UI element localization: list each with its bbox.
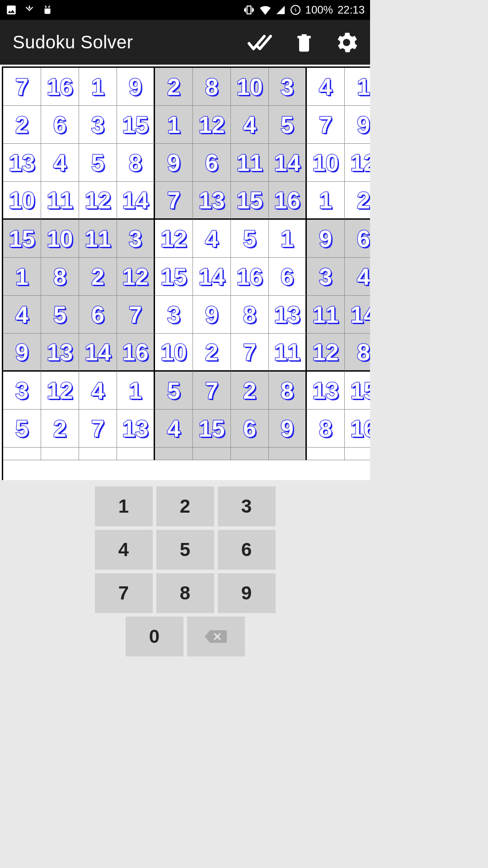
sudoku-cell[interactable]: 13: [193, 182, 231, 220]
delete-button[interactable]: [294, 32, 314, 53]
sudoku-cell[interactable]: 3: [3, 372, 41, 410]
sudoku-cell[interactable]: [307, 448, 345, 460]
sudoku-cell[interactable]: 2: [79, 258, 117, 296]
sudoku-cell[interactable]: 7: [307, 106, 345, 144]
sudoku-cell[interactable]: [155, 448, 193, 460]
solve-button[interactable]: [247, 33, 272, 52]
sudoku-cell[interactable]: 3: [155, 296, 193, 334]
sudoku-cell[interactable]: 5: [3, 410, 41, 448]
sudoku-cell[interactable]: 10: [231, 68, 269, 106]
sudoku-cell[interactable]: 15: [231, 182, 269, 220]
sudoku-cell[interactable]: 11: [231, 144, 269, 182]
sudoku-cell[interactable]: 12: [193, 106, 231, 144]
sudoku-cell[interactable]: 14: [193, 258, 231, 296]
sudoku-cell[interactable]: [41, 448, 79, 460]
sudoku-cell[interactable]: [193, 448, 231, 460]
key-3[interactable]: 3: [218, 486, 276, 526]
sudoku-cell[interactable]: [117, 448, 155, 460]
sudoku-cell[interactable]: 13: [41, 334, 79, 372]
sudoku-cell[interactable]: 14: [345, 296, 370, 334]
sudoku-cell[interactable]: 6: [269, 258, 307, 296]
sudoku-cell[interactable]: [345, 448, 370, 460]
key-6[interactable]: 6: [218, 530, 276, 570]
sudoku-cell[interactable]: 2: [155, 68, 193, 106]
key-4[interactable]: 4: [95, 530, 153, 570]
sudoku-cell[interactable]: 12: [79, 182, 117, 220]
settings-button[interactable]: [336, 32, 357, 53]
sudoku-cell[interactable]: 2: [41, 410, 79, 448]
sudoku-cell[interactable]: 12: [41, 372, 79, 410]
sudoku-cell[interactable]: 6: [79, 296, 117, 334]
sudoku-cell[interactable]: 4: [155, 410, 193, 448]
sudoku-cell[interactable]: 12: [307, 334, 345, 372]
key-2[interactable]: 2: [156, 486, 214, 526]
sudoku-cell[interactable]: 7: [193, 372, 231, 410]
sudoku-cell[interactable]: 2: [231, 372, 269, 410]
sudoku-cell[interactable]: 8: [231, 296, 269, 334]
sudoku-cell[interactable]: 3: [307, 258, 345, 296]
sudoku-cell[interactable]: 10: [307, 144, 345, 182]
sudoku-cell[interactable]: 6: [345, 220, 370, 258]
sudoku-cell[interactable]: 4: [41, 144, 79, 182]
sudoku-cell[interactable]: 16: [41, 68, 79, 106]
sudoku-cell[interactable]: 4: [3, 296, 41, 334]
sudoku-cell[interactable]: [231, 448, 269, 460]
sudoku-cell[interactable]: 5: [41, 296, 79, 334]
sudoku-cell[interactable]: 12: [117, 258, 155, 296]
sudoku-cell[interactable]: [79, 448, 117, 460]
key-9[interactable]: 9: [218, 573, 276, 613]
sudoku-cell[interactable]: 16: [269, 182, 307, 220]
key-8[interactable]: 8: [156, 573, 214, 613]
sudoku-cell[interactable]: 2: [3, 106, 41, 144]
key-7[interactable]: 7: [95, 573, 153, 613]
sudoku-cell[interactable]: 16: [231, 258, 269, 296]
sudoku-cell[interactable]: [3, 448, 41, 460]
sudoku-cell[interactable]: 8: [117, 144, 155, 182]
sudoku-cell[interactable]: 5: [155, 372, 193, 410]
sudoku-cell[interactable]: 4: [231, 106, 269, 144]
sudoku-cell[interactable]: 3: [269, 68, 307, 106]
sudoku-cell[interactable]: 9: [155, 144, 193, 182]
sudoku-cell[interactable]: 10: [41, 220, 79, 258]
sudoku-cell[interactable]: 16: [345, 410, 370, 448]
sudoku-cell[interactable]: 14: [117, 182, 155, 220]
sudoku-cell[interactable]: 7: [117, 296, 155, 334]
sudoku-cell[interactable]: 1: [307, 182, 345, 220]
sudoku-cell[interactable]: 13: [307, 372, 345, 410]
sudoku-cell[interactable]: 1: [269, 220, 307, 258]
sudoku-cell[interactable]: 1: [79, 68, 117, 106]
sudoku-cell[interactable]: 12: [155, 220, 193, 258]
sudoku-cell[interactable]: [269, 448, 307, 460]
sudoku-cell[interactable]: 8: [307, 410, 345, 448]
sudoku-cell[interactable]: 2: [193, 334, 231, 372]
sudoku-cell[interactable]: 3: [117, 220, 155, 258]
sudoku-cell[interactable]: 5: [79, 144, 117, 182]
sudoku-cell[interactable]: 13: [117, 410, 155, 448]
sudoku-cell[interactable]: 4: [345, 258, 370, 296]
sudoku-cell[interactable]: 11: [41, 182, 79, 220]
sudoku-cell[interactable]: 9: [193, 296, 231, 334]
sudoku-cell[interactable]: 1: [3, 258, 41, 296]
sudoku-cell[interactable]: 9: [307, 220, 345, 258]
sudoku-cell[interactable]: 6: [231, 410, 269, 448]
key-1[interactable]: 1: [95, 486, 153, 526]
sudoku-cell[interactable]: 2: [345, 182, 370, 220]
sudoku-cell[interactable]: 11: [269, 334, 307, 372]
sudoku-cell[interactable]: 9: [3, 334, 41, 372]
sudoku-cell[interactable]: 11: [307, 296, 345, 334]
sudoku-cell[interactable]: 4: [79, 372, 117, 410]
sudoku-cell[interactable]: 15: [117, 106, 155, 144]
sudoku-cell[interactable]: 1: [117, 372, 155, 410]
sudoku-cell[interactable]: 5: [269, 106, 307, 144]
sudoku-cell[interactable]: 6: [41, 106, 79, 144]
sudoku-cell[interactable]: 14: [79, 334, 117, 372]
sudoku-cell[interactable]: 9: [269, 410, 307, 448]
sudoku-cell[interactable]: 7: [3, 68, 41, 106]
sudoku-cell[interactable]: 4: [307, 68, 345, 106]
sudoku-cell[interactable]: 7: [231, 334, 269, 372]
sudoku-cell[interactable]: 16: [117, 334, 155, 372]
sudoku-cell[interactable]: 15: [345, 372, 370, 410]
key-5[interactable]: 5: [156, 530, 214, 570]
sudoku-cell[interactable]: 7: [155, 182, 193, 220]
sudoku-cell[interactable]: 4: [193, 220, 231, 258]
